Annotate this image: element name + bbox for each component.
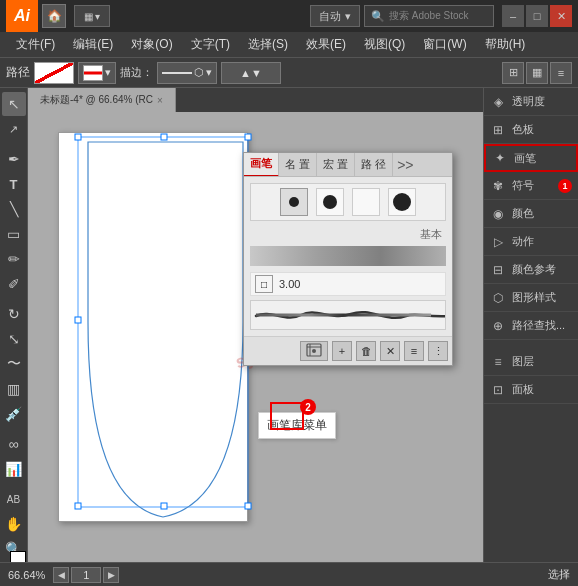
artboard-tool[interactable]: AB <box>2 487 26 511</box>
svg-rect-4 <box>75 317 81 323</box>
brush-basic-label: 基本 <box>250 227 446 242</box>
brush-tool[interactable]: ✏ <box>2 247 26 271</box>
arrange-button[interactable]: ▦ ▾ <box>74 5 110 27</box>
menu-effect[interactable]: 效果(E) <box>298 34 354 55</box>
app-logo: Ai <box>6 0 38 32</box>
panel-graphic-styles[interactable]: ⬡ 图形样式 <box>484 284 578 312</box>
stroke-color-picker[interactable] <box>34 62 74 84</box>
home-button[interactable]: 🏠 <box>42 4 66 28</box>
layers-icon: ≡ <box>490 354 506 370</box>
menu-select[interactable]: 选择(S) <box>240 34 296 55</box>
title-bar: Ai 🏠 ▦ ▾ 自动 ▾ 🔍 搜索 Adobe Stock – □ ✕ <box>0 0 578 32</box>
panel-toggle-btn[interactable]: ▦ <box>526 62 548 84</box>
svg-point-12 <box>312 349 316 353</box>
symbols-icon: ✾ <box>490 178 506 194</box>
brush-options-btn[interactable]: ⋮ <box>428 341 448 361</box>
menu-file[interactable]: 文件(F) <box>8 34 63 55</box>
stroke-fill-picker[interactable]: ▾ <box>78 62 116 84</box>
menu-edit[interactable]: 编辑(E) <box>65 34 121 55</box>
main-area: ↖ ↗ ✒ T ╲ ▭ ✏ ✐ ↻ ⤡ 〜 ▥ 💉 ∞ 📊 AB ✋ 🔍 ⇄ ⬛ <box>0 88 578 562</box>
warp-tool[interactable]: 〜 <box>2 352 26 376</box>
grid-view-btn[interactable]: ⊞ <box>502 62 524 84</box>
symbols-badge: 1 <box>558 179 572 193</box>
brush-delete-btn[interactable]: 🗑 <box>356 341 376 361</box>
text-tool[interactable]: T <box>2 172 26 196</box>
brush-add-btn[interactable]: + <box>332 341 352 361</box>
color-guide-icon: ⊟ <box>490 262 506 278</box>
menu-view[interactable]: 视图(Q) <box>356 34 413 55</box>
svg-rect-1 <box>75 134 81 140</box>
brush-preset-2[interactable] <box>316 188 344 216</box>
panel-symbols[interactable]: ✾ 符号 1 <box>484 172 578 200</box>
stroke-width-btn[interactable]: ▲▼ <box>221 62 281 84</box>
eyedropper-tool[interactable]: 💉 <box>2 402 26 426</box>
panel-swatches[interactable]: ⊞ 色板 <box>484 116 578 144</box>
panel-actions[interactable]: ▷ 动作 <box>484 228 578 256</box>
brush-preset-3[interactable] <box>352 188 380 216</box>
maximize-button[interactable]: □ <box>526 5 548 27</box>
toolbar: 路径 ▾ 描边： ⬡ ▾ ▲▼ ⊞ ▦ ≡ <box>0 58 578 88</box>
brush-tab-brushes[interactable]: 画笔 <box>244 153 279 177</box>
direct-select-tool[interactable]: ↗ <box>2 117 26 141</box>
brush-close-btn[interactable]: ✕ <box>380 341 400 361</box>
menu-toggle-btn[interactable]: ≡ <box>550 62 572 84</box>
menu-bar: 文件(F) 编辑(E) 对象(O) 文字(T) 选择(S) 效果(E) 视图(Q… <box>0 32 578 58</box>
panels-icon: ⊡ <box>490 382 506 398</box>
canvas-area: 未标题-4* @ 66.64% (RC × <box>28 88 483 562</box>
panel-transparency[interactable]: ◈ 透明度 <box>484 88 578 116</box>
mode-button[interactable]: 自动 ▾ <box>310 5 360 27</box>
brush-tab-path[interactable]: 路 径 <box>355 153 393 177</box>
panel-color-guide[interactable]: ⊟ 颜色参考 <box>484 256 578 284</box>
close-button[interactable]: ✕ <box>550 5 572 27</box>
brush-tab-more[interactable]: >> <box>393 157 417 173</box>
stroke-style-btn[interactable]: ⬡ ▾ <box>157 62 217 84</box>
blend-tool[interactable]: ∞ <box>2 432 26 456</box>
pen-tool[interactable]: ✒ <box>2 147 26 171</box>
minimize-button[interactable]: – <box>502 5 524 27</box>
menu-help[interactable]: 帮助(H) <box>477 34 534 55</box>
brush-lib-menu-btn[interactable] <box>300 341 328 361</box>
color-icon: ◉ <box>490 206 506 222</box>
swatches-icon: ⊞ <box>490 122 506 138</box>
rotate-tool[interactable]: ↻ <box>2 302 26 326</box>
line-tool[interactable]: ╲ <box>2 197 26 221</box>
hand-tool[interactable]: ✋ <box>2 512 26 536</box>
menu-text[interactable]: 文字(T) <box>183 34 238 55</box>
panel-layers[interactable]: ≡ 图层 <box>484 348 578 376</box>
gradient-tool[interactable]: ▥ <box>2 377 26 401</box>
menu-window[interactable]: 窗口(W) <box>415 34 474 55</box>
brush-lib-badge: 2 <box>300 399 316 415</box>
page-navigation: ◀ 1 ▶ <box>53 567 119 583</box>
menu-object[interactable]: 对象(O) <box>123 34 180 55</box>
next-page-btn[interactable]: ▶ <box>103 567 119 583</box>
scale-tool[interactable]: ⤡ <box>2 327 26 351</box>
select-tool[interactable]: ↖ <box>2 92 26 116</box>
prev-page-btn[interactable]: ◀ <box>53 567 69 583</box>
stroke-label: 描边： <box>120 65 153 80</box>
search-bar[interactable]: 🔍 搜索 Adobe Stock <box>364 5 494 27</box>
tab-close-btn[interactable]: × <box>157 95 163 106</box>
canvas-tab[interactable]: 未标题-4* @ 66.64% (RC × <box>28 88 176 112</box>
background-color[interactable] <box>10 551 26 562</box>
brush-preset-1[interactable] <box>280 188 308 216</box>
right-panel: ◈ 透明度 ⊞ 色板 ✦ 画笔 ✾ 符号 1 ◉ 颜色 ▷ 动作 ⊟ 颜色参考 <box>483 88 578 562</box>
view-controls: ⊞ ▦ ≡ <box>502 62 572 84</box>
chart-tool[interactable]: 📊 <box>2 457 26 481</box>
brush-size-row: □ 3.00 <box>250 272 446 296</box>
brush-panel-tabs: 画笔 名 置 宏 置 路 径 >> <box>244 153 452 177</box>
brush-size-icon: □ <box>255 275 273 293</box>
brush-preview-stroke <box>250 300 446 330</box>
brush-menu-btn[interactable]: ≡ <box>404 341 424 361</box>
brush-preset-4[interactable] <box>388 188 416 216</box>
panel-pathfinder[interactable]: ⊕ 路径查找... <box>484 312 578 340</box>
pencil-tool[interactable]: ✐ <box>2 272 26 296</box>
brush-panel-body: 基本 □ 3.00 <box>244 177 452 336</box>
panel-brushes[interactable]: ✦ 画笔 <box>484 144 578 172</box>
panel-color[interactable]: ◉ 颜色 <box>484 200 578 228</box>
panel-panels[interactable]: ⊡ 面板 <box>484 376 578 404</box>
rect-tool[interactable]: ▭ <box>2 222 26 246</box>
brush-tab-name[interactable]: 名 置 <box>279 153 317 177</box>
brushes-icon: ✦ <box>492 150 508 166</box>
svg-rect-6 <box>75 503 81 509</box>
brush-tab-macro[interactable]: 宏 置 <box>317 153 355 177</box>
